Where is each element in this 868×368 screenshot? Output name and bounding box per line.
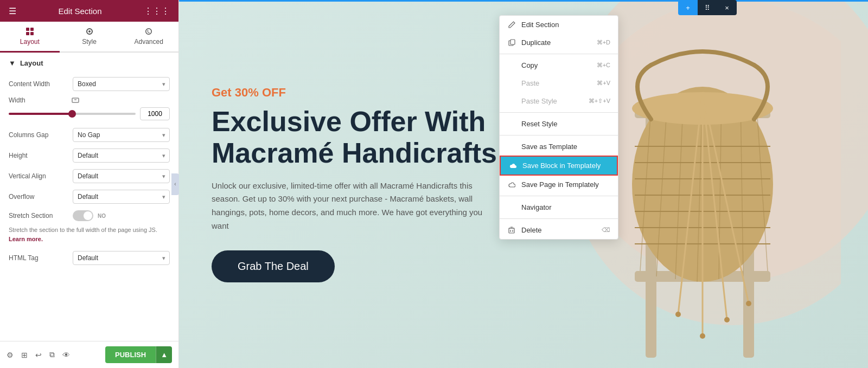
panel-footer: ⚙ ⊞ ↩ ⧉ 👁 PUBLISH ▲ (0, 341, 178, 368)
width-input[interactable] (140, 107, 170, 120)
ctx-paste-shortcut: ⌘+V (597, 80, 610, 87)
ctx-save-template[interactable]: Save as Template (500, 138, 618, 156)
ctx-save-block-templately-label: Save Block in Templately (522, 162, 601, 170)
duplicate-icon (507, 39, 516, 46)
layers-icon[interactable]: ⊞ (21, 351, 28, 359)
svg-rect-2 (26, 32, 29, 35)
ctx-duplicate[interactable]: Duplicate ⌘+D (500, 34, 618, 51)
panel-header: ☰ Edit Section ⋮⋮⋮ (0, 0, 178, 22)
toggle-no-label: NO (98, 213, 106, 219)
ctx-edit-section[interactable]: Edit Section (500, 16, 618, 34)
move-section-button[interactable]: ⠿ (698, 0, 717, 15)
ctx-paste[interactable]: Paste ⌘+V (500, 74, 618, 92)
stretch-hint: Stretch the section to the full width of… (0, 224, 178, 248)
ctx-copy[interactable]: Copy ⌘+C (500, 56, 618, 74)
ctx-delete-shortcut: ⌫ (602, 227, 610, 234)
content-width-row: Content Width Boxed Full Width (0, 74, 178, 94)
width-row: Width (0, 94, 178, 125)
tab-advanced[interactable]: Advanced (119, 22, 178, 53)
ctx-paste-label: Paste (521, 79, 539, 87)
height-row: Height Default Fit To Screen Min Height (0, 145, 178, 166)
overflow-select-wrapper: Default Hidden Auto (73, 190, 170, 204)
panel-title: Edit Section (58, 7, 101, 16)
hamburger-icon[interactable]: ☰ (9, 6, 16, 16)
learn-more-link[interactable]: Learn more. (9, 236, 43, 242)
overflow-label: Overflow (9, 193, 68, 201)
columns-gap-label: Columns Gap (9, 131, 68, 139)
edit-icon (507, 21, 516, 28)
grid-icon[interactable]: ⋮⋮⋮ (144, 6, 170, 16)
vertical-align-row: Vertical Align Default Top Middle Bottom (0, 166, 178, 186)
tab-style-label: Style (82, 38, 97, 46)
tab-layout[interactable]: Layout (0, 22, 60, 53)
svg-rect-9 (510, 40, 515, 44)
panel-tabs: Layout Style Advanced (0, 22, 178, 53)
stretch-section-label: Stretch Section (9, 212, 68, 219)
columns-gap-select-wrapper: No Gap Narrow Default Extended Wide Wide… (73, 128, 170, 142)
ctx-copy-label: Copy (521, 61, 538, 69)
height-select-wrapper: Default Fit To Screen Min Height (73, 149, 170, 163)
ctx-duplicate-shortcut: ⌘+D (597, 39, 610, 46)
offer-tag: Get 30% OFF (212, 86, 537, 100)
add-section-button[interactable]: + (678, 0, 698, 15)
columns-gap-row: Columns Gap No Gap Narrow Default Extend… (0, 125, 178, 145)
footer-icons: ⚙ ⊞ ↩ ⧉ 👁 (7, 350, 70, 359)
height-select[interactable]: Default Fit To Screen Min Height (73, 149, 170, 163)
ctx-paste-style[interactable]: Paste Style ⌘+⇧+V (500, 92, 618, 110)
svg-rect-10 (509, 228, 514, 233)
stretch-section-row: Stretch Section NO (0, 207, 178, 224)
height-label: Height (9, 152, 68, 159)
copy-icon[interactable]: ⧉ (49, 350, 55, 359)
tab-style[interactable]: Style (60, 22, 119, 53)
ctx-save-page-templately[interactable]: Save Page in Templately (500, 176, 618, 193)
svg-rect-3 (30, 32, 34, 35)
vertical-align-label: Vertical Align (9, 172, 68, 180)
ctx-save-block-templately[interactable]: Save Block in Templately (500, 156, 618, 176)
vertical-align-select[interactable]: Default Top Middle Bottom (73, 169, 170, 183)
publish-dropdown-button[interactable]: ▲ (156, 346, 172, 363)
vertical-align-select-wrapper: Default Top Middle Bottom (73, 169, 170, 183)
svg-rect-0 (26, 28, 29, 31)
settings-icon[interactable]: ⚙ (7, 351, 14, 359)
ctx-navigator-label: Navigator (521, 203, 552, 211)
columns-gap-select[interactable]: No Gap Narrow Default Extended Wide Wide… (73, 128, 170, 142)
content-width-label: Content Width (9, 80, 68, 88)
width-slider[interactable] (9, 113, 136, 115)
overflow-select[interactable]: Default Hidden Auto (73, 190, 170, 204)
cta-button[interactable]: Grab The Deal (212, 250, 335, 282)
canvas-toolbar: + ⠿ × (678, 0, 737, 15)
close-section-button[interactable]: × (717, 0, 737, 15)
width-label: Width (9, 96, 68, 104)
ctx-navigator[interactable]: Navigator (500, 198, 618, 216)
ctx-paste-style-label: Paste Style (521, 97, 557, 105)
html-tag-row: HTML Tag Default div header main footer … (0, 248, 178, 268)
panel-content: ▼ Layout Content Width Boxed Full Width … (0, 53, 178, 368)
main-content: + ⠿ × Edit Section Duplicate ⌘+D Copy ⌘+… (179, 0, 868, 368)
publish-button[interactable]: PUBLISH (105, 346, 156, 363)
text-content: Get 30% OFF Exclusive Offer With Macramé… (212, 86, 537, 282)
description: Unlock our exclusive, limited-time offer… (212, 179, 483, 233)
content-width-select[interactable]: Boxed Full Width (73, 77, 170, 91)
ctx-save-page-templately-label: Save Page in Templately (521, 180, 599, 189)
collapse-arrow-icon[interactable]: ▼ (9, 59, 16, 67)
tab-advanced-label: Advanced (134, 38, 163, 46)
cloud-page-icon (507, 182, 516, 188)
overflow-row: Overflow Default Hidden Auto (0, 186, 178, 207)
content-width-select-wrapper: Boxed Full Width (73, 77, 170, 91)
panel-collapse-handle[interactable]: ‹ (171, 173, 179, 195)
history-icon[interactable]: ↩ (35, 351, 42, 359)
eye-icon[interactable]: 👁 (62, 351, 70, 359)
ctx-edit-section-label: Edit Section (521, 21, 559, 29)
ctx-reset-style[interactable]: Reset Style (500, 115, 618, 133)
left-panel: ☰ Edit Section ⋮⋮⋮ Layout Style Advanced… (0, 0, 179, 368)
ctx-delete[interactable]: Delete ⌫ (500, 221, 618, 239)
section-header: ▼ Layout (0, 53, 178, 74)
ctx-save-template-label: Save as Template (521, 143, 577, 151)
html-tag-select[interactable]: Default div header main footer section a… (73, 251, 170, 265)
ctx-reset-style-label: Reset Style (521, 120, 557, 128)
ctx-delete-label: Delete (521, 226, 542, 234)
ctx-paste-style-shortcut: ⌘+⇧+V (589, 98, 610, 105)
canvas-top-border (179, 0, 868, 2)
stretch-toggle[interactable] (73, 210, 93, 221)
html-tag-label: HTML Tag (9, 254, 68, 262)
